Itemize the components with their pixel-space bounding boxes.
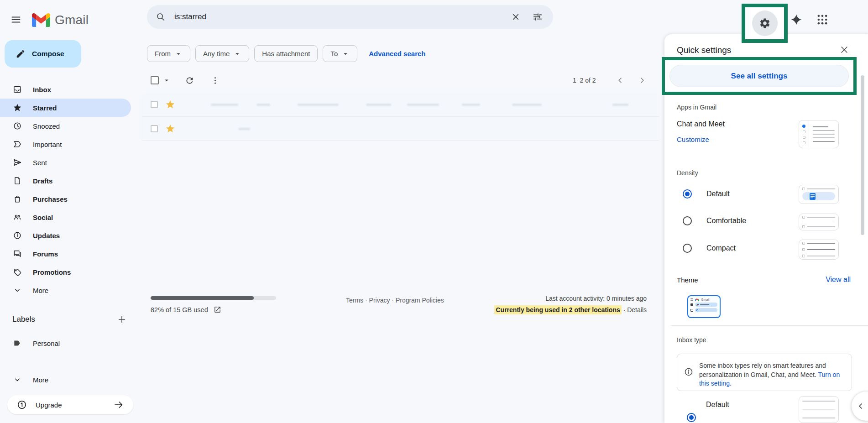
inbox-type-default-label: Default [706, 401, 729, 409]
caret-down-icon [174, 50, 183, 58]
sidebar-item-inbox[interactable]: Inbox [0, 80, 131, 99]
legal-links[interactable]: Terms · Privacy · Program Policies [346, 297, 444, 304]
density-option-comfortable[interactable]: Comfortable [683, 216, 746, 225]
upgrade-button[interactable]: Upgrade [7, 395, 133, 414]
section-divider [671, 325, 868, 326]
activity-highlight: Currently being used in 2 other location… [494, 305, 621, 314]
details-link[interactable]: Details [627, 306, 647, 313]
gmail-logo-icon[interactable] [32, 13, 50, 27]
tune-icon [533, 12, 543, 22]
filter-chip-any-time[interactable]: Any time [195, 45, 249, 62]
sparkle-icon [790, 14, 802, 26]
email-checkbox[interactable] [151, 125, 158, 132]
starred-star-icon[interactable] [165, 124, 175, 134]
newer-page-button[interactable] [615, 75, 625, 85]
email-checkbox[interactable] [151, 101, 158, 108]
arrow-right-icon [113, 399, 124, 410]
search-input[interactable]: is:starred [174, 12, 510, 21]
pencil-icon [16, 49, 26, 59]
close-icon [839, 45, 849, 55]
filter-chip-from[interactable]: From [147, 45, 190, 62]
quick-settings-panel: Quick settings See all settings Apps in … [664, 34, 868, 423]
chevron-left-icon [856, 402, 865, 411]
advanced-search-link[interactable]: Advanced search [369, 50, 425, 57]
settings-button[interactable] [752, 10, 778, 36]
clear-search-button[interactable] [510, 11, 521, 22]
compose-button[interactable]: Compose [5, 40, 81, 68]
sidebar-item-promotions[interactable]: Promotions [0, 263, 131, 281]
add-label-button[interactable] [116, 314, 127, 325]
density-header: Density [677, 169, 698, 177]
inbox-type-notice: Some inbox types rely on smart features … [677, 354, 852, 391]
apps-grid-icon [816, 13, 829, 26]
chevron-down-icon [13, 286, 22, 295]
sidebar-item-more[interactable]: More [0, 281, 131, 299]
search-icon [156, 12, 166, 22]
radio-icon[interactable] [683, 216, 692, 225]
refresh-button[interactable] [184, 75, 194, 85]
customize-link[interactable]: Customize [677, 136, 709, 143]
settings-annotation-box [742, 4, 788, 43]
refresh-icon [185, 76, 194, 85]
sidebar-item-drafts[interactable]: Drafts [0, 172, 131, 190]
labels-header: Labels [12, 315, 35, 324]
chevron-left-icon [616, 76, 625, 85]
see-all-settings-button[interactable]: See all settings [669, 65, 849, 87]
clock-icon [13, 121, 22, 131]
sidebar-labels-more[interactable]: More [0, 371, 131, 389]
theme-thumbnail-selected[interactable]: Gmail [687, 295, 721, 318]
radio-icon[interactable] [683, 244, 692, 253]
radio-selected-icon[interactable] [683, 189, 692, 198]
gmail-logo-text: Gmail [55, 13, 89, 27]
close-panel-button[interactable] [839, 44, 850, 55]
filter-chip-to[interactable]: To [323, 45, 357, 62]
star-icon [13, 103, 22, 112]
search-bar[interactable]: is:starred [147, 5, 553, 29]
chat-meet-thumbnail [799, 120, 839, 148]
density-default-thumbnail [799, 185, 839, 204]
sidebar-label-personal[interactable]: Personal [0, 334, 131, 352]
email-row[interactable] [142, 116, 659, 140]
sidebar-item-sent[interactable]: Sent [0, 153, 131, 172]
sidebar-item-starred[interactable]: Starred [0, 99, 131, 117]
sidebar-item-social[interactable]: Social [0, 208, 131, 226]
label-icon [13, 339, 22, 348]
sidebar-nav: Inbox Starred Snoozed Important Sent Dra… [0, 80, 137, 299]
select-all-checkbox[interactable] [151, 76, 159, 84]
sidebar-item-snoozed[interactable]: Snoozed [0, 117, 131, 135]
hamburger-menu-button[interactable] [10, 14, 21, 25]
filter-chip-has-attachment[interactable]: Has attachment [254, 45, 318, 62]
gemini-button[interactable] [790, 13, 803, 26]
pagination: 1–2 of 2 [573, 71, 596, 89]
search-filter-chips: From Any time Has attachment To Advanced… [147, 45, 426, 62]
sidebar-item-purchases[interactable]: Purchases [0, 190, 131, 208]
storage-used-text: 82% of 15 GB used [151, 306, 208, 313]
sidebar-item-important[interactable]: Important [0, 135, 131, 153]
more-vert-icon [210, 76, 220, 85]
email-row[interactable] [142, 93, 659, 116]
apps-in-gmail-header: Apps in Gmail [677, 104, 716, 111]
density-option-compact[interactable]: Compact [683, 244, 736, 253]
sidebar-item-forums[interactable]: Forums [0, 245, 131, 263]
older-page-button[interactable] [637, 75, 647, 85]
sidebar-item-updates[interactable]: Updates [0, 226, 131, 245]
panel-scrollbar[interactable] [861, 75, 864, 235]
more-options-button[interactable] [210, 75, 220, 85]
density-compact-thumbnail [799, 240, 839, 260]
chevron-right-icon [638, 76, 647, 85]
starred-star-icon[interactable] [165, 99, 175, 110]
inbox-type-default-radio[interactable] [687, 413, 696, 422]
search-button[interactable] [155, 11, 166, 22]
redacted-text [238, 128, 250, 130]
top-bar: Gmail is:starred [0, 0, 868, 33]
caret-down-icon [233, 50, 241, 58]
view-all-themes-link[interactable]: View all [826, 276, 851, 284]
select-dropdown-button[interactable] [162, 76, 171, 84]
google-apps-button[interactable] [816, 13, 829, 26]
inbox-icon [13, 85, 22, 94]
search-filters-button[interactable] [532, 11, 543, 22]
external-link-icon[interactable] [214, 306, 221, 313]
density-option-default[interactable]: Default [683, 189, 730, 198]
inbox-type-default-thumbnail [799, 396, 839, 423]
close-icon [511, 12, 520, 21]
